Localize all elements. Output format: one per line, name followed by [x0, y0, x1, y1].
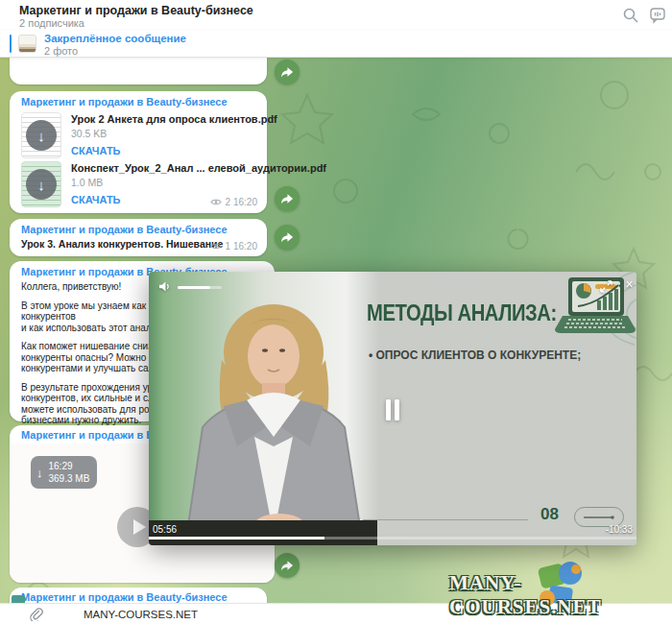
- desk: [149, 520, 377, 545]
- slide-bullet: • ОПРОС КЛИЕНТОВ О КОНКУРЕНТЕ;: [369, 348, 581, 362]
- progress-bar[interactable]: [149, 537, 636, 540]
- pinned-title: Закреплённое сообщение: [44, 33, 186, 44]
- message-sender[interactable]: Маркетинг и продажи в Beauty-бизнесе: [21, 591, 257, 603]
- slide-divider-line: [363, 519, 528, 520]
- presenter-video: [166, 293, 387, 545]
- remaining-time: -10:33: [606, 524, 633, 535]
- slide-title: МЕТОДЫ АНАЛИЗА:: [367, 300, 557, 326]
- photo-thumbnail-fragment: [12, 595, 25, 603]
- message-meta: 1 16:20: [210, 241, 257, 252]
- forward-button[interactable]: [275, 186, 300, 211]
- comments-icon[interactable]: [649, 7, 666, 24]
- views-icon: [210, 198, 222, 206]
- download-icon[interactable]: ↓: [26, 169, 57, 200]
- forward-button[interactable]: [275, 225, 300, 250]
- file-name[interactable]: Конспект_Урок_2_Анал ... елевой_аудитори…: [71, 162, 326, 174]
- volume-fill: [178, 286, 210, 289]
- telegram-channel-window: Маркетинг и продажи в Beauty-бизнесе 2 п…: [0, 0, 672, 624]
- views-icon: [210, 242, 222, 251]
- pinned-subtitle: 2 фото: [44, 45, 78, 57]
- footer-link[interactable]: MANY-COURSES.NET: [84, 609, 198, 620]
- watermark: MANY-COURSES.NET: [449, 571, 672, 619]
- download-link[interactable]: СКАЧАТЬ: [71, 145, 277, 156]
- play-icon: [133, 519, 146, 535]
- progress-fill: [149, 537, 324, 540]
- message-time: 16:20: [233, 197, 257, 207]
- download-icon[interactable]: ↓: [26, 120, 57, 151]
- message-text: Урок 3. Анализ конкурентов. Нишевание: [21, 238, 223, 250]
- views-count: 2: [225, 197, 230, 207]
- video-player-overlay[interactable]: МЕТОДЫ АНАЛИЗА: • ОПРОС КЛИЕНТОВ О КОНКУ…: [149, 272, 636, 545]
- current-time: 05:56: [153, 524, 177, 535]
- volume-slider[interactable]: [178, 286, 222, 289]
- close-icon[interactable]: ×: [623, 278, 636, 291]
- slide-page-number: 08: [540, 505, 559, 524]
- pdf-thumbnail[interactable]: ↓: [21, 161, 61, 207]
- next-arrow-icon: [583, 513, 615, 522]
- watermark-text: MANY-COURSES.NET: [449, 571, 672, 619]
- video-file-size: 369.3 MB: [49, 472, 90, 485]
- file-attachment-row: ↓ Урок 2 Анкета для опроса клиентов.pdf …: [21, 112, 277, 158]
- message-time: 16:20: [233, 241, 257, 252]
- pinned-message-bar[interactable]: Закреплённое сообщение 2 фото: [0, 31, 672, 58]
- message-bubble-files: Маркетинг и продажи в Beauty-бизнесе ↓ У…: [10, 91, 267, 213]
- chat-header: Маркетинг и продажи в Beauty-бизнесе 2 п…: [0, 0, 672, 31]
- video-duration: 16:29: [49, 460, 90, 472]
- pinned-thumbnail: [18, 35, 36, 53]
- pdf-thumbnail[interactable]: ↓: [21, 112, 61, 158]
- fullscreen-icon[interactable]: [600, 279, 612, 292]
- views-count: 1: [225, 241, 230, 252]
- chat-title: Маркетинг и продажи в Beauty-бизнесе: [19, 4, 253, 17]
- message-sender[interactable]: Маркетинг и продажи в Beauty-бизнесе: [21, 96, 257, 108]
- file-size: 30.5 KB: [71, 128, 277, 139]
- message-meta: 2 16:20: [210, 197, 257, 207]
- subscriber-count: 2 подписчика: [19, 17, 84, 29]
- pinned-accent-bar: [10, 35, 12, 53]
- forward-button[interactable]: [275, 553, 300, 578]
- download-icon: ↓: [36, 466, 43, 480]
- search-icon[interactable]: [622, 7, 639, 24]
- message-bubble-lesson-title: Маркетинг и продажи в Beauty-бизнесе Уро…: [10, 219, 267, 256]
- pause-button[interactable]: [386, 399, 399, 420]
- message-sender[interactable]: Маркетинг и продажи в Beauty-бизнесе: [21, 224, 257, 235]
- volume-icon[interactable]: [158, 279, 171, 292]
- paperclip-icon[interactable]: [29, 607, 43, 621]
- file-name[interactable]: Урок 2 Анкета для опроса клиентов.pdf: [71, 113, 277, 125]
- video-download-badge[interactable]: ↓ 16:29 369.3 MB: [31, 456, 97, 489]
- message-bubble-partial: [10, 57, 267, 84]
- forward-button[interactable]: [275, 60, 300, 84]
